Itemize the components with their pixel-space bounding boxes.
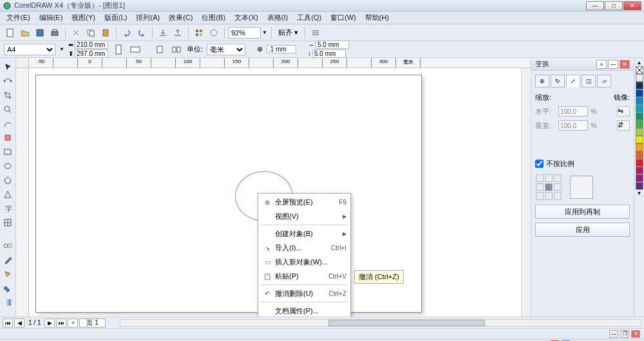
swatch-none[interactable]	[636, 66, 643, 74]
menu-help[interactable]: 帮助(H)	[361, 12, 393, 24]
menu-bitmap[interactable]: 位图(B)	[198, 12, 229, 24]
v-scale-input[interactable]	[558, 120, 588, 131]
cm-import[interactable]: ↘导入(I)...Ctrl+I	[258, 241, 350, 255]
cm-undo-delete[interactable]: ↶撤消删除(U)Ctrl+Z	[258, 286, 350, 300]
landscape-button[interactable]	[129, 43, 142, 56]
new-button[interactable]	[4, 26, 17, 39]
swatch[interactable]	[636, 182, 643, 190]
interactive-fill-tool[interactable]	[1, 296, 14, 309]
swatch[interactable]	[636, 105, 643, 113]
ellipse-tool[interactable]	[1, 160, 14, 172]
menu-arrange[interactable]: 排列(A)	[132, 12, 164, 24]
crop-tool[interactable]	[1, 89, 14, 102]
welcome-button[interactable]	[207, 26, 220, 39]
page-first-button[interactable]: ⏮	[3, 318, 13, 327]
tab-size[interactable]: ◫	[582, 75, 596, 88]
swatch[interactable]	[636, 136, 643, 143]
eyedropper-tool[interactable]	[1, 253, 14, 266]
print-button[interactable]	[48, 26, 61, 39]
cm-insert-object[interactable]: ▭插入新对象(W)...	[258, 255, 350, 269]
child-close-button[interactable]: ✕	[631, 330, 640, 338]
page-next-button[interactable]: ▶	[44, 318, 55, 327]
export-button[interactable]	[171, 26, 184, 39]
fill-tool[interactable]	[1, 282, 14, 295]
cm-paste[interactable]: 📋粘贴(P)Ctrl+V	[258, 269, 350, 283]
child-restore-button[interactable]: ❐	[620, 330, 629, 338]
page-single-button[interactable]	[153, 43, 166, 56]
pick-tool[interactable]	[1, 60, 14, 73]
menu-edit[interactable]: 编辑(E)	[35, 12, 67, 24]
paste-button[interactable]	[99, 26, 112, 39]
vertical-ruler[interactable]	[16, 68, 29, 317]
page-add-button[interactable]: +	[68, 318, 78, 327]
save-button[interactable]	[33, 26, 46, 39]
docker-minimize-button[interactable]: —	[608, 60, 618, 69]
swatch[interactable]	[636, 74, 643, 82]
page-prev-button[interactable]: ◀	[14, 318, 24, 327]
nudge-input[interactable]	[267, 45, 296, 53]
freehand-tool[interactable]	[1, 117, 14, 130]
swatch[interactable]	[636, 151, 643, 159]
apply-to-duplicate-button[interactable]: 应用到再制	[535, 205, 630, 219]
basic-shapes-tool[interactable]	[1, 188, 14, 201]
shape-tool[interactable]	[1, 75, 14, 88]
text-tool[interactable]: 字	[1, 202, 14, 215]
unit-select[interactable]: 毫米	[207, 44, 245, 55]
tab-skew[interactable]: ▱	[597, 75, 611, 88]
palette-up-icon[interactable]: ▲	[636, 59, 643, 66]
paper-size-select[interactable]: A4	[4, 44, 55, 55]
page-tab-1[interactable]: 页 1	[79, 318, 105, 327]
mirror-h-button[interactable]: ⇋	[617, 106, 630, 116]
swatch[interactable]	[636, 167, 643, 174]
menu-tools[interactable]: 工具(Q)	[293, 12, 325, 24]
copy-button[interactable]	[84, 26, 97, 39]
vertical-scrollbar[interactable]	[521, 68, 531, 317]
docker-collapse-button[interactable]: »	[596, 60, 607, 69]
docker-close-button[interactable]: ✕	[620, 60, 630, 69]
import-button[interactable]	[156, 26, 169, 39]
cut-button[interactable]	[70, 26, 82, 39]
non-proportional-checkbox[interactable]	[535, 160, 544, 168]
zoom-tool[interactable]	[1, 103, 14, 116]
menu-layout[interactable]: 版面(L)	[100, 12, 131, 24]
table-tool[interactable]	[1, 216, 14, 229]
mirror-v-button[interactable]: ⇵	[617, 120, 630, 131]
page-last-button[interactable]: ⏭	[56, 318, 66, 327]
undo-button[interactable]	[120, 26, 133, 39]
palette-down-icon[interactable]: ▼	[636, 190, 643, 197]
outline-tool[interactable]	[1, 268, 14, 281]
horizontal-ruler[interactable]: -50 0 50 100 150 200 250 300毫米	[29, 58, 531, 68]
polygon-tool[interactable]	[1, 174, 14, 187]
portrait-button[interactable]	[112, 43, 125, 56]
cm-create-object[interactable]: 创建对象(B)▶	[258, 226, 350, 241]
swatch[interactable]	[636, 97, 643, 105]
cm-fullscreen[interactable]: ⊕全屏预览(E)F9	[258, 195, 350, 209]
zoom-dropdown-icon[interactable]: ▼	[262, 30, 267, 35]
cm-view[interactable]: 视图(V)▶	[258, 209, 350, 223]
tab-rotate[interactable]: ↻	[551, 75, 565, 88]
maximize-button[interactable]: □	[605, 1, 623, 10]
swatch[interactable]	[636, 113, 643, 120]
smart-fill-tool[interactable]	[1, 131, 14, 144]
h-scale-input[interactable]	[558, 106, 588, 116]
tab-scale[interactable]: ⤢	[566, 75, 580, 88]
swatch[interactable]	[636, 174, 643, 182]
redo-button[interactable]	[135, 26, 148, 39]
menu-window[interactable]: 窗口(W)	[327, 12, 360, 24]
options-button[interactable]	[309, 26, 322, 39]
dropdown-icon[interactable]: ▼	[59, 46, 64, 52]
menu-effects[interactable]: 效果(C)	[165, 12, 196, 24]
swatch[interactable]	[636, 82, 643, 89]
menu-file[interactable]: 文件(E)	[3, 12, 34, 24]
dup-x-input[interactable]	[316, 41, 349, 49]
page-width-input[interactable]	[75, 41, 108, 49]
swatch[interactable]	[636, 89, 643, 97]
close-button[interactable]: ✕	[623, 1, 641, 10]
interactive-blend-tool[interactable]	[1, 239, 14, 252]
zoom-input[interactable]	[229, 27, 261, 39]
cm-doc-properties[interactable]: 文档属性(P)...	[258, 304, 350, 317]
swatch[interactable]	[636, 120, 643, 128]
menu-view[interactable]: 视图(Y)	[68, 12, 99, 24]
page-height-input[interactable]	[75, 50, 108, 58]
rectangle-tool[interactable]	[1, 145, 14, 158]
